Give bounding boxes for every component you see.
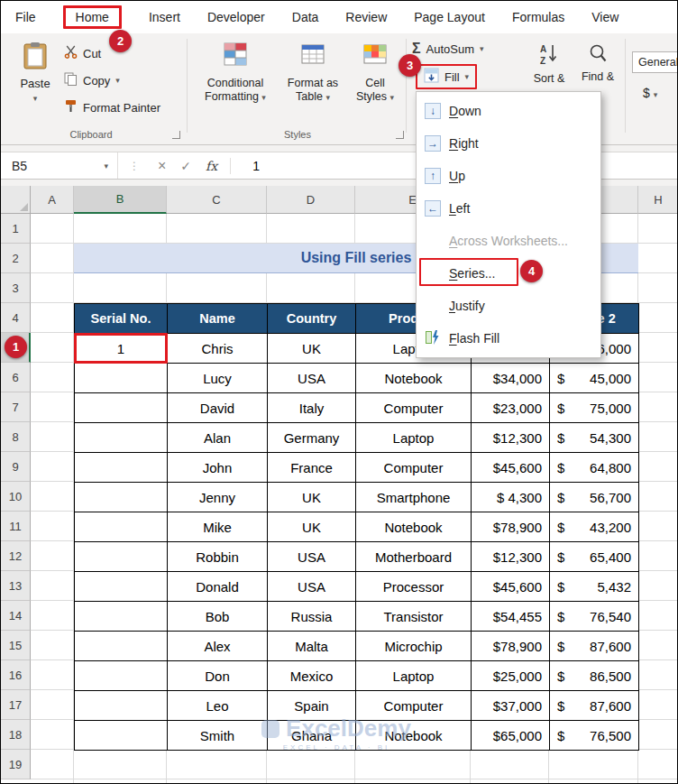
cell-serial[interactable] [75, 512, 168, 542]
cell-name[interactable]: Lucy [168, 364, 268, 393]
enter-icon[interactable]: ✓ [180, 159, 191, 173]
cell-country[interactable]: USA [268, 572, 356, 602]
cell-product[interactable]: Notebook [356, 364, 472, 393]
cell-serial[interactable] [75, 393, 168, 423]
row-header-4[interactable]: 4 [1, 303, 31, 333]
cell-price1[interactable]: $37,000 [472, 691, 550, 721]
menu-item-down[interactable]: ↓Down [417, 95, 600, 127]
cell-price1[interactable]: $78,900 [472, 512, 550, 542]
cell-price1[interactable]: $12,300 [472, 542, 550, 572]
cell-product[interactable]: Computer [356, 393, 472, 423]
formula-bar-value[interactable]: 1 [252, 159, 260, 173]
menu-item-flash-fill[interactable]: Flash Fill [417, 322, 600, 355]
cell-price2[interactable]: $54,300 [550, 423, 639, 453]
autosum-button[interactable]: Σ AutoSum ▾ [412, 41, 484, 57]
cell-product[interactable]: Smartphone [356, 483, 472, 512]
cut-button[interactable]: Cut [64, 42, 101, 64]
cell-name[interactable]: Alan [168, 423, 268, 453]
cell-serial[interactable] [75, 483, 168, 512]
cell-serial[interactable] [75, 632, 168, 661]
format-as-table-button[interactable]: Format as Table ▾ [279, 39, 347, 105]
table-header-country[interactable]: Country [268, 304, 356, 334]
cell-serial[interactable] [75, 542, 168, 572]
paste-button[interactable]: Paste ▾ [12, 39, 59, 104]
insert-function-icon[interactable]: fx [206, 159, 217, 173]
cell-product[interactable]: Computer [356, 691, 472, 721]
cell-name[interactable]: Donald [168, 572, 268, 602]
cell-product[interactable]: Notebook [356, 512, 472, 542]
cell-country[interactable]: Italy [268, 393, 356, 423]
row-header-1[interactable]: 1 [1, 214, 31, 244]
cell-price2[interactable]: $76,500 [550, 721, 639, 751]
row-header-2[interactable]: 2 [1, 244, 31, 273]
cell-serial[interactable] [75, 364, 168, 393]
cell-name[interactable]: Jenny [168, 483, 268, 512]
tab-view[interactable]: View [591, 10, 618, 24]
row-header-7[interactable]: 7 [1, 392, 31, 422]
cell-price2[interactable]: $64,800 [550, 453, 639, 483]
cell-price2[interactable]: $43,200 [550, 512, 639, 542]
cell-country[interactable]: USA [268, 542, 356, 572]
column-header-h[interactable]: H [638, 186, 678, 214]
cell-price2[interactable]: $76,540 [550, 602, 639, 632]
column-header-d[interactable]: D [267, 186, 355, 214]
cell-name[interactable]: David [168, 393, 268, 423]
cell-country[interactable]: Malta [268, 632, 356, 661]
cell-name[interactable]: Robbin [168, 542, 268, 572]
cell-price1[interactable]: $45,600 [472, 572, 550, 602]
cell-price1[interactable]: $23,000 [472, 393, 550, 423]
cell-price1[interactable]: $54,455 [472, 602, 550, 632]
cell-serial[interactable] [75, 661, 168, 691]
cell-price2[interactable]: $56,700 [550, 483, 639, 512]
row-header-17[interactable]: 17 [1, 690, 31, 720]
cell-serial[interactable] [75, 453, 168, 483]
cell-price2[interactable]: $65,400 [550, 542, 639, 572]
cell-product[interactable]: Processor [356, 572, 472, 602]
cell-serial[interactable] [75, 572, 168, 602]
menu-item-right[interactable]: →Right [417, 127, 600, 160]
menu-item-up[interactable]: ↑Up [417, 160, 600, 192]
cell-price1[interactable]: $45,600 [472, 453, 550, 483]
row-header-9[interactable]: 9 [1, 452, 31, 482]
tab-home[interactable]: Home [63, 5, 122, 29]
cell-name[interactable]: Chris [168, 334, 268, 364]
cell-name[interactable]: Don [168, 661, 268, 691]
clipboard-dialog-launcher-icon[interactable] [172, 131, 180, 139]
row-header-18[interactable]: 18 [1, 720, 31, 750]
cell-product[interactable]: Computer [356, 453, 472, 483]
conditional-formatting-button[interactable]: Conditional Formatting ▾ [194, 39, 277, 105]
row-header-3[interactable]: 3 [1, 273, 31, 303]
tab-formulas[interactable]: Formulas [512, 10, 564, 24]
name-box[interactable]: B5 ▾ [1, 152, 118, 179]
column-header-c[interactable]: C [167, 186, 267, 214]
find-select-button[interactable]: Find & [575, 42, 620, 83]
cell-price2[interactable]: $86,500 [550, 661, 639, 691]
table-header-name[interactable]: Name [168, 304, 268, 334]
cell-serial[interactable] [75, 721, 168, 751]
cell-product[interactable]: Transistor [356, 602, 472, 632]
cell-name[interactable]: Leo [168, 691, 268, 721]
tab-insert[interactable]: Insert [149, 10, 180, 24]
cell-product[interactable]: Laptop [356, 423, 472, 453]
row-header-16[interactable]: 16 [1, 660, 31, 690]
cell-price1[interactable]: $25,000 [472, 661, 550, 691]
cell-price2[interactable]: $5,432 [550, 572, 639, 602]
cell-country[interactable]: Mexico [268, 661, 356, 691]
cell-name[interactable]: Mike [168, 512, 268, 542]
fill-button[interactable]: Fill ▾ [416, 64, 477, 89]
cell-product[interactable]: Motherboard [356, 542, 472, 572]
row-header-10[interactable]: 10 [1, 482, 31, 512]
cell-country[interactable]: UK [268, 483, 356, 512]
cell-price2[interactable]: $45,000 [550, 364, 639, 393]
cell-price1[interactable]: $78,900 [472, 632, 550, 661]
cell-name[interactable]: Smith [168, 721, 268, 751]
sort-filter-button[interactable]: AZ Sort & [527, 42, 571, 85]
tab-developer[interactable]: Developer [207, 10, 265, 24]
cell-country[interactable]: Spain [268, 691, 356, 721]
cell-country[interactable]: USA [268, 364, 356, 393]
row-header-15[interactable]: 15 [1, 631, 31, 660]
cell-product[interactable]: Notebook [356, 721, 472, 751]
row-header-6[interactable]: 6 [1, 363, 31, 392]
cell-country[interactable]: Russia [268, 602, 356, 632]
cell-price1[interactable]: $12,300 [472, 423, 550, 453]
